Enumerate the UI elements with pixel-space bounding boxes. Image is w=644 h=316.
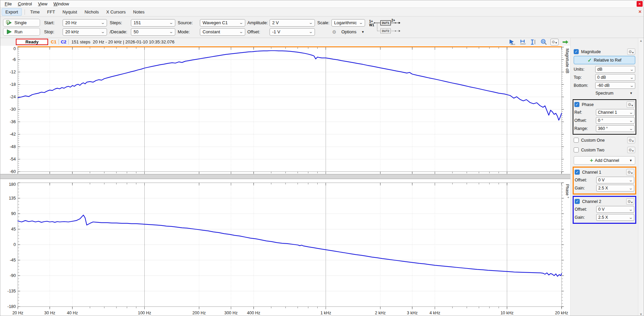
channel1-indicator[interactable]: C1 — [51, 39, 57, 44]
x-tick-label: 10 kHz — [500, 311, 513, 315]
units-select[interactable]: dB⌄ — [595, 66, 635, 73]
phase-curve — [18, 215, 562, 276]
channel2-section-title: Channel 2 — [582, 199, 624, 204]
magnitude-plot[interactable]: 0-6-12-18-24-30-36-42-48-54-60Magnitude … — [10, 46, 570, 174]
y-tick-label: -60 — [10, 169, 16, 174]
menu-file[interactable]: File — [2, 1, 15, 7]
single-button[interactable]: 1 Single — [3, 19, 40, 27]
custom-one-checkbox[interactable] — [574, 138, 579, 143]
channel1-offset-select[interactable]: 0 V⌄ — [596, 177, 634, 183]
scale-label: Scale: — [317, 20, 331, 25]
top-label: Top: — [574, 75, 595, 80]
plot-column: Ready C1 C2 151 steps 20 Hz - 20 kHz | 2… — [0, 38, 570, 316]
relative-to-ref-button[interactable]: ✓ Relative to Ref — [574, 56, 635, 64]
scroll-down-icon[interactable]: ▼ — [640, 313, 643, 316]
phase-checkbox[interactable]: ✓ — [574, 102, 579, 107]
channel1-checkbox[interactable]: ✓ — [575, 170, 580, 175]
panel-scrollbar[interactable]: ▲ ▼ — [638, 38, 644, 316]
popout-arrow-icon[interactable] — [562, 39, 569, 45]
horizontal-cursors-icon[interactable] — [519, 39, 527, 45]
zoom-magnifier-icon[interactable] — [540, 39, 547, 45]
pointer-cursor-icon[interactable] — [509, 39, 516, 45]
magnitude-gear-button[interactable]: ⚙▼ — [627, 48, 635, 55]
menu-bar: File Control View Window ✕ — [0, 0, 644, 8]
acquisition-toolbar: 1 Single Start: 20 Hz⌄ Steps: 151⌄ Sourc… — [0, 16, 644, 38]
ref-select[interactable]: Channel 1⌄ — [596, 109, 635, 116]
status-badge: Ready — [16, 39, 48, 45]
channel2-offset-select[interactable]: 0 V⌄ — [596, 206, 634, 213]
chevron-down-icon: ⌄ — [629, 216, 633, 219]
channel1-gear-button[interactable]: ⚙▼ — [626, 169, 634, 175]
close-icon[interactable]: ✕ — [637, 1, 643, 7]
chevron-down-icon: ⌄ — [630, 68, 634, 71]
svg-text:2+: 2+ — [391, 19, 395, 22]
offset-select[interactable]: -1 V⌄ — [270, 28, 315, 36]
add-channel-label: Add Channel — [595, 158, 619, 163]
play-single-icon: 1 — [6, 20, 12, 25]
add-channel-button[interactable]: + Add Channel ▼ — [574, 156, 635, 165]
y-tick-label: -6 — [12, 57, 16, 62]
tab-time[interactable]: Time — [27, 8, 43, 15]
y-tick-label: 45 — [11, 227, 16, 232]
vertical-cursors-icon[interactable] — [530, 39, 537, 45]
instrument-close-icon[interactable]: ✕ — [638, 9, 642, 14]
options-dropdown[interactable]: ⚙ Options ▼ — [331, 29, 365, 35]
chevron-down-icon: ▼ — [629, 159, 632, 162]
custom-two-checkbox[interactable] — [574, 147, 579, 152]
channel2-indicator[interactable]: C2 — [61, 39, 67, 44]
steps-select[interactable]: 151⌄ — [131, 19, 175, 27]
x-tick-label: 400 Hz — [247, 311, 260, 315]
content-area: Ready C1 C2 151 steps 20 Hz - 20 kHz | 2… — [0, 38, 644, 316]
bottom-select[interactable]: -60 dB⌄ — [595, 82, 635, 89]
x-tick-label: 200 Hz — [192, 311, 206, 315]
magnitude-curve — [18, 51, 562, 120]
channel2-gain-select[interactable]: 2.5 X⌄ — [596, 214, 634, 221]
bode-plot-svg[interactable]: 0-6-12-18-24-30-36-42-48-54-60Magnitude … — [0, 46, 570, 316]
top-select[interactable]: 0 dB⌄ — [595, 74, 635, 81]
custom-one-gear-button[interactable]: ⚙▼ — [627, 137, 635, 143]
menu-view[interactable]: View — [35, 1, 50, 7]
per-decade-select[interactable]: 50⌄ — [131, 28, 175, 36]
channel1-gain-label: Gain: — [575, 186, 596, 190]
tab-notes[interactable]: Notes — [130, 8, 148, 15]
start-select[interactable]: 20 Hz⌄ — [63, 19, 107, 27]
y-tick-label: -18 — [10, 82, 16, 87]
run-button[interactable]: Run — [3, 28, 40, 36]
y-tick-label: -24 — [10, 95, 16, 99]
scroll-up-icon[interactable]: ▲ — [640, 39, 643, 42]
menu-control[interactable]: Control — [15, 1, 35, 7]
amplitude-label: Amplitude: — [247, 20, 270, 25]
phase-plot[interactable]: 18013590450-45-90-135-180Phase ° — [7, 182, 570, 309]
svg-text:DUT1: DUT1 — [382, 21, 389, 25]
amplitude-select[interactable]: 2 V⌄ — [270, 19, 315, 27]
plot-settings-gear-button[interactable]: ⚙▼ — [550, 39, 559, 45]
tab-nichols[interactable]: Nichols — [81, 8, 102, 15]
phase-offset-select[interactable]: 0 °⌄ — [596, 117, 635, 124]
channel2-gear-button[interactable]: ⚙▼ — [626, 198, 634, 205]
chevron-down-icon: ⌄ — [309, 21, 313, 25]
tab-export[interactable]: Export — [2, 8, 22, 16]
chevron-down-icon: ⌄ — [101, 30, 105, 34]
range-select[interactable]: 360 °⌄ — [596, 125, 635, 132]
spectrum-expander[interactable]: Spectrum ▼ — [574, 90, 635, 97]
source-select[interactable]: Wavegen C1⌄ — [200, 19, 245, 27]
chevron-down-icon: ⌄ — [629, 127, 633, 131]
svg-text:1: 1 — [7, 21, 9, 24]
y-tick-label: 0 — [13, 242, 16, 247]
single-button-label: Single — [14, 20, 27, 25]
channel1-section: ✓ Channel 1 ⚙▼ Offset: 0 V⌄ Gain: 2.5 X⌄ — [573, 167, 636, 195]
tab-fft[interactable]: FFT — [44, 8, 59, 15]
mode-select[interactable]: Constant⌄ — [200, 28, 245, 36]
plot-splitter[interactable] — [0, 174, 570, 179]
channel1-gain-select[interactable]: 2.5 X⌄ — [596, 185, 634, 191]
tab-x-cursors[interactable]: X Cursors — [103, 8, 129, 15]
magnitude-checkbox[interactable]: ✓ — [574, 49, 579, 54]
phase-gear-button[interactable]: ⚙▼ — [627, 101, 635, 108]
tab-nyquist[interactable]: Nyquist — [59, 8, 80, 15]
custom-two-gear-button[interactable]: ⚙▼ — [627, 147, 635, 153]
menu-window[interactable]: Window — [50, 1, 72, 7]
channel2-checkbox[interactable]: ✓ — [575, 199, 580, 204]
scale-select[interactable]: Logarithmic⌄ — [331, 19, 365, 27]
stop-select[interactable]: 20 kHz⌄ — [63, 28, 107, 36]
x-tick-label: 300 Hz — [224, 311, 238, 315]
